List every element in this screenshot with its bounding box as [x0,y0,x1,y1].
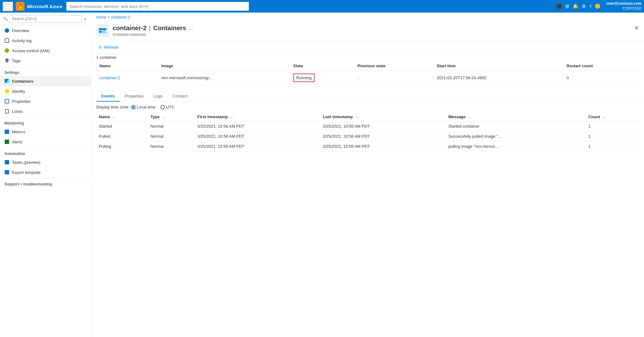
event-row-pulled[interactable]: Pulled Normal 3/25/2021, 10:56 AM PDT 3/… [96,131,639,141]
sort-name-icon[interactable]: ↑↓ [112,116,115,119]
radio-local-time[interactable]: Local time [131,105,155,109]
events-header-row: Name ↑↓ Type ↑↓ First timestamp ↑↓ [96,113,639,121]
cloud-shell-icon[interactable]: ⬛ [556,3,562,9]
events-table-head: Name ↑↓ Type ↑↓ First timestamp ↑↓ [96,113,639,121]
sidebar-item-access-control[interactable]: Access control (IAM) [0,46,91,56]
sidebar-item-label: Metrics [12,130,25,134]
cell-start-time: 2021-03-25T17:56:33.499Z [434,71,563,85]
sidebar-item-containers[interactable]: Containers [0,76,91,86]
sort-last-ts-icon[interactable]: ↑↓ [355,116,358,119]
col-prev-state: Previous state [354,61,434,71]
ev-last-ts: 3/25/2021, 10:56 AM PDT [320,121,446,131]
tab-connect[interactable]: Connect [167,91,193,102]
iam-icon [4,48,9,53]
user-org: CONTOSO [606,6,641,11]
sidebar-item-activity-log[interactable]: Activity log [0,36,91,46]
sidebar-item-tasks[interactable]: Tasks (preview) [0,157,91,167]
containers-table: Name Image State Previous state Start ti… [96,61,639,85]
ev-col-message: Message ↑↓ [446,113,586,121]
event-row-started[interactable]: Started Normal 3/25/2021, 10:56 AM PDT 3… [96,121,639,131]
sidebar-item-alerts[interactable]: Alerts [0,137,91,147]
ev-first-ts: 3/25/2021, 10:56 AM PDT [195,141,320,152]
breadcrumb-current[interactable]: container-2 [111,15,130,19]
sidebar-item-metrics[interactable]: Metrics [0,127,91,137]
top-navigation: ☰ 🔥 Microsoft Azure ⬛ ⊞ 🔔 ⚙ ? 🙂 user@con… [0,0,644,13]
sidebar-item-identity[interactable]: Identity [0,86,91,96]
sort-type-icon[interactable]: ↑↓ [162,116,165,119]
help-icon[interactable]: ? [589,4,591,9]
sort-count-icon[interactable]: ↑↓ [602,116,605,119]
metrics-icon [4,129,9,134]
state-badge: Running [293,74,315,82]
section-monitoring: Monitoring [0,118,91,127]
overview-icon [4,28,9,33]
tags-icon [4,58,9,63]
locks-icon [4,109,9,114]
refresh-label: Refresh [104,45,119,50]
global-search-input[interactable] [66,2,249,11]
ev-type: Normal [148,141,195,152]
page-subtitle: Container instances [113,32,639,37]
resource-icon [96,25,109,37]
sidebar-item-label: Identity [12,89,25,94]
tab-properties[interactable]: Properties [120,91,148,102]
sidebar-item-tags[interactable]: Tags [0,56,91,66]
portal-menu-icon[interactable]: ⊞ [565,3,569,9]
cell-state: Running [290,71,355,85]
sidebar-item-label: Export template [12,170,41,175]
table-row[interactable]: container-2 mcr.microsoft.com/oss/ngi...… [96,71,639,85]
ev-name: Pulled [96,131,148,141]
ev-first-ts: 3/25/2021, 10:56 AM PDT [195,121,320,131]
sidebar-item-label: Properties [12,99,31,104]
alerts-icon [4,139,9,144]
ev-col-first-ts: First timestamp ↑↓ [195,113,320,121]
col-start-time: Start time [434,61,563,71]
ev-col-last-ts: Last timestamp ↑↓ [320,113,446,121]
sidebar-item-locks[interactable]: Locks [0,106,91,116]
ev-message: pulling image "mcr.micros... [446,141,586,152]
sort-first-ts-icon[interactable]: ↑↓ [230,116,233,119]
sidebar-search-input[interactable] [9,15,81,23]
identity-icon [4,89,9,94]
section-settings: Settings [0,67,91,76]
container-svg-icon [98,26,107,35]
close-button[interactable]: ✕ [634,25,639,31]
sort-message-icon[interactable]: ↑↓ [468,116,471,119]
feedback-icon[interactable]: 🙂 [595,3,601,9]
timezone-row: Display time zone Local time UTC [91,102,644,113]
resource-name: container-2 [113,25,147,32]
tab-events[interactable]: Events [96,91,120,102]
page-header-titles: container-2 | Containers ... Container i… [113,25,639,37]
cell-prev-state: - [354,71,434,85]
radio-local-label: Local time [137,105,155,109]
sidebar-item-label: Containers [12,79,33,84]
notifications-icon[interactable]: 🔔 [573,3,579,9]
radio-utc[interactable]: UTC [160,105,175,109]
sidebar-item-properties[interactable]: Properties [0,96,91,106]
ev-message: Started container [446,121,586,131]
search-icon: 🔍 [3,17,8,21]
events-table-wrapper: Name ↑↓ Type ↑↓ First timestamp ↑↓ [91,113,644,157]
breadcrumb-home[interactable]: Home [96,15,106,19]
sidebar-item-export-template[interactable]: Export template [0,167,91,177]
hamburger-menu[interactable]: ☰ [3,2,13,11]
containers-table-head: Name Image State Previous state Start ti… [96,61,639,71]
sidebar-item-overview[interactable]: Overview [0,25,91,36]
tab-logs[interactable]: Logs [148,91,167,102]
refresh-button[interactable]: ↻ Refresh [96,44,121,51]
resource-type: Containers [153,25,186,32]
table-header-row: Name Image State Previous state Start ti… [96,61,639,71]
title-separator: | [149,25,151,32]
sidebar-item-label: Tags [12,58,20,63]
user-email: user@contoso.com [606,1,641,6]
user-account[interactable]: user@contoso.com CONTOSO [606,1,641,11]
ev-type: Normal [148,131,195,141]
ev-first-ts: 3/25/2021, 10:56 AM PDT [195,131,320,141]
settings-icon[interactable]: ⚙ [582,3,586,9]
azure-logo: Microsoft Azure [27,4,63,9]
more-options-button[interactable]: ... [188,25,193,31]
containers-icon [4,79,9,84]
col-image: Image [158,61,290,71]
sidebar-collapse-button[interactable]: « [83,15,88,23]
event-row-pulling[interactable]: Pulling Normal 3/25/2021, 10:56 AM PDT 3… [96,141,639,152]
